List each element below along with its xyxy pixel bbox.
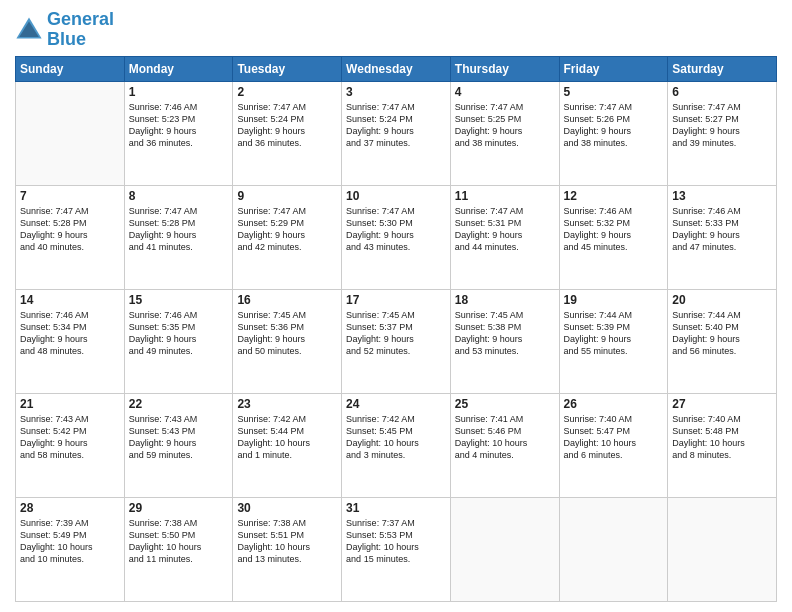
day-number: 16: [237, 293, 337, 307]
day-cell-5-7: [668, 497, 777, 601]
day-number: 20: [672, 293, 772, 307]
day-number: 1: [129, 85, 229, 99]
day-info: Sunrise: 7:47 AM Sunset: 5:30 PM Dayligh…: [346, 205, 446, 254]
day-number: 21: [20, 397, 120, 411]
day-number: 18: [455, 293, 555, 307]
day-number: 13: [672, 189, 772, 203]
day-info: Sunrise: 7:40 AM Sunset: 5:47 PM Dayligh…: [564, 413, 664, 462]
day-number: 22: [129, 397, 229, 411]
logo: General Blue: [15, 10, 114, 50]
day-cell-5-2: 29Sunrise: 7:38 AM Sunset: 5:50 PM Dayli…: [124, 497, 233, 601]
day-number: 25: [455, 397, 555, 411]
day-number: 26: [564, 397, 664, 411]
day-info: Sunrise: 7:39 AM Sunset: 5:49 PM Dayligh…: [20, 517, 120, 566]
week-row-4: 21Sunrise: 7:43 AM Sunset: 5:42 PM Dayli…: [16, 393, 777, 497]
day-cell-2-2: 8Sunrise: 7:47 AM Sunset: 5:28 PM Daylig…: [124, 185, 233, 289]
day-info: Sunrise: 7:47 AM Sunset: 5:27 PM Dayligh…: [672, 101, 772, 150]
day-number: 5: [564, 85, 664, 99]
day-number: 24: [346, 397, 446, 411]
day-info: Sunrise: 7:42 AM Sunset: 5:45 PM Dayligh…: [346, 413, 446, 462]
day-info: Sunrise: 7:37 AM Sunset: 5:53 PM Dayligh…: [346, 517, 446, 566]
day-cell-2-5: 11Sunrise: 7:47 AM Sunset: 5:31 PM Dayli…: [450, 185, 559, 289]
day-info: Sunrise: 7:47 AM Sunset: 5:28 PM Dayligh…: [129, 205, 229, 254]
weekday-header-friday: Friday: [559, 56, 668, 81]
day-cell-5-1: 28Sunrise: 7:39 AM Sunset: 5:49 PM Dayli…: [16, 497, 125, 601]
day-number: 12: [564, 189, 664, 203]
day-number: 10: [346, 189, 446, 203]
day-cell-5-4: 31Sunrise: 7:37 AM Sunset: 5:53 PM Dayli…: [342, 497, 451, 601]
day-number: 4: [455, 85, 555, 99]
day-cell-1-7: 6Sunrise: 7:47 AM Sunset: 5:27 PM Daylig…: [668, 81, 777, 185]
page: General Blue SundayMondayTuesdayWednesda…: [0, 0, 792, 612]
week-row-2: 7Sunrise: 7:47 AM Sunset: 5:28 PM Daylig…: [16, 185, 777, 289]
day-number: 6: [672, 85, 772, 99]
day-cell-1-2: 1Sunrise: 7:46 AM Sunset: 5:23 PM Daylig…: [124, 81, 233, 185]
day-number: 23: [237, 397, 337, 411]
week-row-5: 28Sunrise: 7:39 AM Sunset: 5:49 PM Dayli…: [16, 497, 777, 601]
day-cell-2-3: 9Sunrise: 7:47 AM Sunset: 5:29 PM Daylig…: [233, 185, 342, 289]
weekday-header-row: SundayMondayTuesdayWednesdayThursdayFrid…: [16, 56, 777, 81]
day-cell-4-4: 24Sunrise: 7:42 AM Sunset: 5:45 PM Dayli…: [342, 393, 451, 497]
day-cell-2-4: 10Sunrise: 7:47 AM Sunset: 5:30 PM Dayli…: [342, 185, 451, 289]
day-info: Sunrise: 7:44 AM Sunset: 5:40 PM Dayligh…: [672, 309, 772, 358]
day-cell-3-2: 15Sunrise: 7:46 AM Sunset: 5:35 PM Dayli…: [124, 289, 233, 393]
day-number: 2: [237, 85, 337, 99]
day-cell-1-6: 5Sunrise: 7:47 AM Sunset: 5:26 PM Daylig…: [559, 81, 668, 185]
day-cell-2-1: 7Sunrise: 7:47 AM Sunset: 5:28 PM Daylig…: [16, 185, 125, 289]
day-info: Sunrise: 7:42 AM Sunset: 5:44 PM Dayligh…: [237, 413, 337, 462]
day-cell-1-1: [16, 81, 125, 185]
day-info: Sunrise: 7:40 AM Sunset: 5:48 PM Dayligh…: [672, 413, 772, 462]
day-cell-4-3: 23Sunrise: 7:42 AM Sunset: 5:44 PM Dayli…: [233, 393, 342, 497]
day-info: Sunrise: 7:46 AM Sunset: 5:32 PM Dayligh…: [564, 205, 664, 254]
day-number: 28: [20, 501, 120, 515]
day-number: 8: [129, 189, 229, 203]
day-info: Sunrise: 7:46 AM Sunset: 5:35 PM Dayligh…: [129, 309, 229, 358]
weekday-header-monday: Monday: [124, 56, 233, 81]
day-cell-3-5: 18Sunrise: 7:45 AM Sunset: 5:38 PM Dayli…: [450, 289, 559, 393]
day-cell-3-4: 17Sunrise: 7:45 AM Sunset: 5:37 PM Dayli…: [342, 289, 451, 393]
logo-text: General Blue: [47, 10, 114, 50]
logo-icon: [15, 16, 43, 44]
day-number: 29: [129, 501, 229, 515]
day-info: Sunrise: 7:47 AM Sunset: 5:24 PM Dayligh…: [237, 101, 337, 150]
week-row-1: 1Sunrise: 7:46 AM Sunset: 5:23 PM Daylig…: [16, 81, 777, 185]
day-number: 19: [564, 293, 664, 307]
day-cell-5-5: [450, 497, 559, 601]
day-info: Sunrise: 7:44 AM Sunset: 5:39 PM Dayligh…: [564, 309, 664, 358]
day-cell-3-6: 19Sunrise: 7:44 AM Sunset: 5:39 PM Dayli…: [559, 289, 668, 393]
day-number: 31: [346, 501, 446, 515]
day-info: Sunrise: 7:41 AM Sunset: 5:46 PM Dayligh…: [455, 413, 555, 462]
day-info: Sunrise: 7:46 AM Sunset: 5:33 PM Dayligh…: [672, 205, 772, 254]
week-row-3: 14Sunrise: 7:46 AM Sunset: 5:34 PM Dayli…: [16, 289, 777, 393]
day-cell-3-7: 20Sunrise: 7:44 AM Sunset: 5:40 PM Dayli…: [668, 289, 777, 393]
day-number: 27: [672, 397, 772, 411]
day-number: 15: [129, 293, 229, 307]
day-info: Sunrise: 7:47 AM Sunset: 5:24 PM Dayligh…: [346, 101, 446, 150]
day-cell-4-7: 27Sunrise: 7:40 AM Sunset: 5:48 PM Dayli…: [668, 393, 777, 497]
day-cell-4-1: 21Sunrise: 7:43 AM Sunset: 5:42 PM Dayli…: [16, 393, 125, 497]
day-info: Sunrise: 7:47 AM Sunset: 5:31 PM Dayligh…: [455, 205, 555, 254]
weekday-header-sunday: Sunday: [16, 56, 125, 81]
day-info: Sunrise: 7:46 AM Sunset: 5:34 PM Dayligh…: [20, 309, 120, 358]
weekday-header-wednesday: Wednesday: [342, 56, 451, 81]
day-info: Sunrise: 7:47 AM Sunset: 5:25 PM Dayligh…: [455, 101, 555, 150]
day-cell-1-3: 2Sunrise: 7:47 AM Sunset: 5:24 PM Daylig…: [233, 81, 342, 185]
weekday-header-thursday: Thursday: [450, 56, 559, 81]
day-number: 3: [346, 85, 446, 99]
day-info: Sunrise: 7:47 AM Sunset: 5:26 PM Dayligh…: [564, 101, 664, 150]
header: General Blue: [15, 10, 777, 50]
weekday-header-tuesday: Tuesday: [233, 56, 342, 81]
day-info: Sunrise: 7:45 AM Sunset: 5:36 PM Dayligh…: [237, 309, 337, 358]
day-cell-3-3: 16Sunrise: 7:45 AM Sunset: 5:36 PM Dayli…: [233, 289, 342, 393]
day-cell-4-2: 22Sunrise: 7:43 AM Sunset: 5:43 PM Dayli…: [124, 393, 233, 497]
weekday-header-saturday: Saturday: [668, 56, 777, 81]
day-cell-5-6: [559, 497, 668, 601]
day-number: 11: [455, 189, 555, 203]
day-cell-1-4: 3Sunrise: 7:47 AM Sunset: 5:24 PM Daylig…: [342, 81, 451, 185]
day-cell-4-6: 26Sunrise: 7:40 AM Sunset: 5:47 PM Dayli…: [559, 393, 668, 497]
day-info: Sunrise: 7:43 AM Sunset: 5:43 PM Dayligh…: [129, 413, 229, 462]
day-number: 7: [20, 189, 120, 203]
calendar-table: SundayMondayTuesdayWednesdayThursdayFrid…: [15, 56, 777, 602]
day-info: Sunrise: 7:46 AM Sunset: 5:23 PM Dayligh…: [129, 101, 229, 150]
day-cell-2-6: 12Sunrise: 7:46 AM Sunset: 5:32 PM Dayli…: [559, 185, 668, 289]
